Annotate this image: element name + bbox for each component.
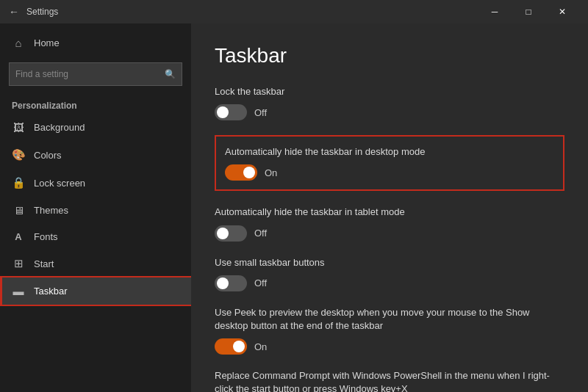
sidebar-background-label: Background bbox=[34, 122, 85, 133]
window-controls: ─ □ ✕ bbox=[478, 0, 579, 23]
sidebar-themes-label: Themes bbox=[34, 205, 68, 216]
setting-auto-hide-desktop: Automatically hide the taskbar in deskto… bbox=[215, 135, 564, 191]
auto-hide-desktop-state: On bbox=[265, 167, 277, 178]
sidebar-item-colors[interactable]: 🎨 Colors bbox=[0, 141, 191, 169]
sidebar-start-label: Start bbox=[34, 258, 54, 269]
lock-taskbar-toggle[interactable] bbox=[215, 104, 247, 120]
app-body: ⌂ Home 🔍 Personalization 🖼 Background 🎨 … bbox=[0, 23, 588, 392]
themes-icon: 🖥 bbox=[12, 204, 25, 217]
auto-hide-desktop-toggle[interactable] bbox=[225, 164, 257, 181]
auto-hide-tablet-label: Automatically hide the taskbar in tablet… bbox=[215, 206, 564, 219]
sidebar-item-taskbar[interactable]: ▬ Taskbar bbox=[0, 277, 191, 305]
setting-peek: Use Peek to preview the desktop when you… bbox=[215, 306, 564, 355]
peek-label: Use Peek to preview the desktop when you… bbox=[215, 306, 564, 333]
sidebar-fonts-label: Fonts bbox=[34, 231, 58, 242]
search-input[interactable] bbox=[15, 69, 165, 79]
content-area: Taskbar Lock the taskbar Off Automatical… bbox=[191, 23, 588, 392]
sidebar-item-fonts[interactable]: A Fonts bbox=[0, 224, 191, 250]
sidebar-lock-screen-label: Lock screen bbox=[34, 178, 85, 189]
search-icon: 🔍 bbox=[165, 69, 176, 79]
search-box[interactable]: 🔍 bbox=[9, 62, 182, 86]
maximize-button[interactable]: □ bbox=[512, 0, 545, 23]
lock-screen-icon: 🔒 bbox=[12, 176, 25, 189]
back-button[interactable]: ← bbox=[9, 6, 19, 18]
fonts-icon: A bbox=[12, 231, 25, 242]
taskbar-icon: ▬ bbox=[12, 285, 25, 297]
powershell-label: Replace Command Prompt with Windows Powe… bbox=[215, 369, 564, 392]
setting-auto-hide-tablet: Automatically hide the taskbar in tablet… bbox=[215, 206, 564, 241]
small-buttons-row: Off bbox=[215, 275, 564, 291]
start-icon: ⊞ bbox=[12, 257, 25, 270]
sidebar-item-background[interactable]: 🖼 Background bbox=[0, 114, 191, 141]
auto-hide-desktop-row: On bbox=[225, 164, 554, 181]
lock-taskbar-row: Off bbox=[215, 104, 564, 120]
small-buttons-label: Use small taskbar buttons bbox=[215, 256, 564, 269]
sidebar-colors-label: Colors bbox=[34, 150, 62, 161]
background-icon: 🖼 bbox=[12, 121, 25, 134]
sidebar-taskbar-label: Taskbar bbox=[34, 286, 68, 297]
setting-small-buttons: Use small taskbar buttons Off bbox=[215, 256, 564, 291]
auto-hide-tablet-state: Off bbox=[254, 228, 267, 239]
home-icon: ⌂ bbox=[12, 37, 25, 49]
sidebar-item-themes[interactable]: 🖥 Themes bbox=[0, 197, 191, 224]
setting-powershell: Replace Command Prompt with Windows Powe… bbox=[215, 369, 564, 392]
lock-taskbar-state: Off bbox=[254, 107, 267, 118]
minimize-button[interactable]: ─ bbox=[478, 0, 512, 23]
title-bar: ← Settings ─ □ ✕ bbox=[0, 0, 588, 23]
lock-taskbar-label: Lock the taskbar bbox=[215, 85, 564, 98]
close-button[interactable]: ✕ bbox=[545, 0, 579, 23]
sidebar-item-home[interactable]: ⌂ Home bbox=[0, 29, 191, 57]
sidebar-section-label: Personalization bbox=[0, 92, 191, 114]
auto-hide-tablet-toggle[interactable] bbox=[215, 225, 247, 242]
auto-hide-tablet-row: Off bbox=[215, 225, 564, 242]
sidebar-item-lock-screen[interactable]: 🔒 Lock screen bbox=[0, 169, 191, 197]
auto-hide-desktop-label: Automatically hide the taskbar in deskto… bbox=[225, 145, 554, 159]
window-title: Settings bbox=[26, 7, 478, 17]
small-buttons-state: Off bbox=[254, 277, 267, 288]
sidebar-home-label: Home bbox=[34, 37, 60, 48]
peek-state: On bbox=[254, 341, 267, 352]
sidebar-item-start[interactable]: ⊞ Start bbox=[0, 250, 191, 277]
peek-row: On bbox=[215, 338, 564, 355]
setting-lock-taskbar: Lock the taskbar Off bbox=[215, 85, 564, 120]
page-title: Taskbar bbox=[215, 44, 564, 68]
peek-toggle[interactable] bbox=[215, 338, 247, 355]
small-buttons-toggle[interactable] bbox=[215, 275, 247, 291]
colors-icon: 🎨 bbox=[12, 148, 25, 161]
sidebar: ⌂ Home 🔍 Personalization 🖼 Background 🎨 … bbox=[0, 23, 191, 392]
